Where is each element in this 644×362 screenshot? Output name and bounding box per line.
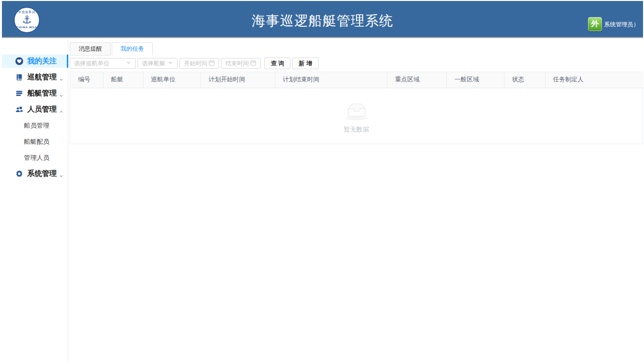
tab-label: 消息提醒 — [79, 45, 102, 53]
empty-state: 暂无数据 — [70, 100, 643, 134]
tab-bar: 消息提醒 我的任务 — [70, 42, 643, 56]
patrol-unit-select[interactable]: 选择巡航单位 — [70, 58, 136, 69]
col-header-status: 状态 — [504, 72, 545, 88]
chevron-up-icon — [59, 107, 63, 115]
select-placeholder: 选择巡航单位 — [74, 59, 109, 68]
col-header-task-creator: 任务制定人 — [545, 72, 644, 88]
sidebar-item-label: 系统管理 — [27, 169, 57, 178]
empty-box-icon — [342, 114, 371, 122]
main-content: 消息提醒 我的任务 选择巡航单位 选择船艇 开始时间 结束时间 — [70, 40, 643, 144]
start-date-input[interactable]: 开始时间 — [180, 58, 219, 69]
calendar-icon — [209, 60, 215, 67]
date-placeholder: 结束时间 — [225, 59, 249, 68]
end-date-input[interactable]: 结束时间 — [221, 58, 261, 69]
col-header-number: 编号 — [70, 72, 103, 88]
sidebar-item-my-follows[interactable]: 我的关注 — [2, 55, 68, 68]
sidebar-item-boat-staffing[interactable]: 船艇配员 — [2, 135, 68, 148]
table-body-empty: 暂无数据 — [70, 88, 643, 144]
col-header-boat: 船艇 — [103, 72, 143, 88]
book-icon — [15, 73, 23, 81]
sidebar-item-label: 我的关注 — [27, 57, 57, 66]
col-header-planned-start: 计划开始时间 — [201, 72, 275, 88]
list-icon — [15, 89, 23, 97]
tab-message-alerts[interactable]: 消息提醒 — [70, 42, 111, 56]
sidebar-subitem-label: 船员管理 — [24, 121, 49, 130]
col-header-key-area: 重点区域 — [387, 72, 446, 88]
sidebar-subitem-label: 船艇配员 — [24, 137, 49, 146]
sidebar-item-label: 人员管理 — [27, 105, 57, 114]
sidebar-item-boat-management[interactable]: 船艇管理 — [2, 87, 68, 100]
heart-circle-icon — [15, 57, 23, 65]
filter-bar: 选择巡航单位 选择船艇 开始时间 结束时间 查 询 新 增 — [70, 57, 643, 69]
calendar-icon — [250, 60, 256, 67]
app-header: 中国海事局 ⚓ CHINA MSA 海事巡逻船艇管理系统 （ 外 系统管理员） — [2, 1, 643, 38]
user-info: （ 外 系统管理员） — [585, 16, 639, 31]
sidebar-item-crew-management[interactable]: 船员管理 — [2, 119, 68, 132]
gear-icon — [15, 170, 23, 178]
chevron-down-icon — [59, 91, 63, 99]
tasks-table: 编号 船艇 巡航单位 计划开始时间 计划结束时间 重点区域 一般区域 状态 任务… — [70, 72, 643, 144]
chevron-down-icon — [126, 60, 131, 67]
empty-text: 暂无数据 — [70, 125, 643, 134]
select-placeholder: 选择船艇 — [142, 59, 165, 68]
add-button[interactable]: 新 增 — [292, 57, 318, 69]
col-header-patrol-unit: 巡航单位 — [143, 72, 201, 88]
tab-label: 我的任务 — [121, 45, 144, 53]
sidebar-item-admin-personnel[interactable]: 管理人员 — [2, 151, 68, 164]
tab-my-tasks[interactable]: 我的任务 — [112, 42, 153, 56]
query-button[interactable]: 查 询 — [264, 57, 290, 69]
sidebar-item-patrol-management[interactable]: 巡航管理 — [2, 71, 68, 84]
sidebar-item-personnel-management[interactable]: 人员管理 — [2, 103, 68, 116]
chevron-down-icon — [59, 171, 63, 180]
sidebar-item-label: 巡航管理 — [27, 73, 57, 82]
date-placeholder: 开始时间 — [184, 59, 207, 68]
page-title: 海事巡逻船艇管理系统 — [2, 12, 643, 30]
chevron-down-icon — [168, 60, 173, 67]
col-header-general-area: 一般区域 — [446, 72, 504, 88]
table-header-row: 编号 船艇 巡航单位 计划开始时间 计划结束时间 重点区域 一般区域 状态 任务… — [70, 72, 644, 88]
sidebar-item-label: 船艇管理 — [27, 89, 57, 98]
user-role-label: 系统管理员） — [604, 20, 639, 29]
col-header-planned-end: 计划结束时间 — [275, 72, 387, 88]
people-icon — [15, 105, 23, 114]
sidebar-item-system-management[interactable]: 系统管理 — [2, 167, 68, 180]
sidebar-subitem-label: 管理人员 — [24, 153, 49, 162]
ime-indicator-badge: 外 — [588, 17, 602, 31]
boat-select[interactable]: 选择船艇 — [138, 58, 178, 69]
chevron-down-icon — [59, 75, 63, 83]
sidebar-nav: 我的关注 巡航管理 船艇管理 人员管理 船员管理 船艇配员 管理人员 — [2, 40, 68, 362]
